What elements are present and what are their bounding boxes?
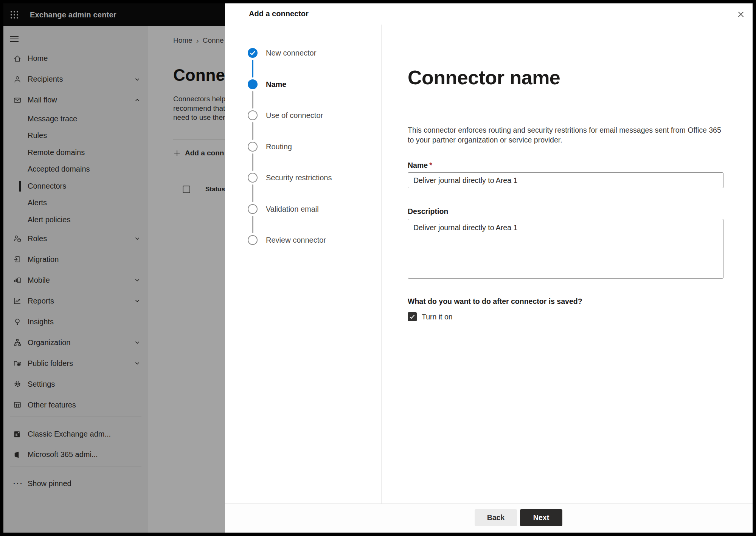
step-validation-email[interactable]: Validation email: [225, 204, 381, 235]
exchange-admin-app: Exchange admin center Home Recipients Ma…: [3, 3, 753, 533]
step-upcoming-icon: [248, 173, 258, 183]
modal-title: Add a connector: [249, 9, 309, 18]
step-upcoming-icon: [248, 110, 258, 120]
description-field-label: Description: [408, 207, 723, 216]
step-current-icon: [248, 79, 258, 89]
required-asterisk: *: [429, 161, 432, 169]
step-upcoming-icon: [248, 204, 258, 214]
step-new-connector[interactable]: New connector: [225, 48, 381, 79]
step-security-restrictions[interactable]: Security restrictions: [225, 173, 381, 204]
close-button[interactable]: [736, 9, 746, 19]
checked-checkbox-icon[interactable]: [408, 312, 417, 321]
wizard-content: Connector name This connector enforces r…: [382, 25, 753, 503]
next-button[interactable]: Next: [520, 509, 562, 526]
modal-footer: Back Next: [225, 503, 753, 533]
turn-it-on-checkbox-row[interactable]: Turn it on: [408, 312, 453, 321]
turn-it-on-label: Turn it on: [422, 313, 453, 321]
wizard-heading: Connector name: [408, 66, 723, 89]
step-review-connector[interactable]: Review connector: [225, 235, 381, 266]
step-routing[interactable]: Routing: [225, 142, 381, 173]
name-input[interactable]: [408, 172, 723, 188]
modal-body: New connector Name Use of connector Rout…: [225, 25, 753, 503]
description-textarea[interactable]: Deliver journal directly to Area 1: [408, 219, 723, 279]
close-icon: [737, 10, 745, 19]
step-done-icon: [248, 48, 258, 58]
modal-header: Add a connector: [225, 3, 753, 24]
back-button[interactable]: Back: [475, 509, 517, 526]
step-upcoming-icon: [248, 235, 258, 245]
screenshot-frame: Exchange admin center Home Recipients Ma…: [0, 0, 756, 536]
add-connector-modal: Add a connector New connector: [225, 3, 753, 533]
name-field-label: Name*: [408, 161, 723, 170]
wizard-description: This connector enforces routing and secu…: [408, 125, 723, 145]
wizard-steps: New connector Name Use of connector Rout…: [225, 25, 382, 503]
step-use-of-connector[interactable]: Use of connector: [225, 110, 381, 142]
step-upcoming-icon: [248, 142, 258, 152]
after-save-question: What do you want to do after connector i…: [408, 297, 723, 306]
step-name[interactable]: Name: [225, 79, 381, 111]
